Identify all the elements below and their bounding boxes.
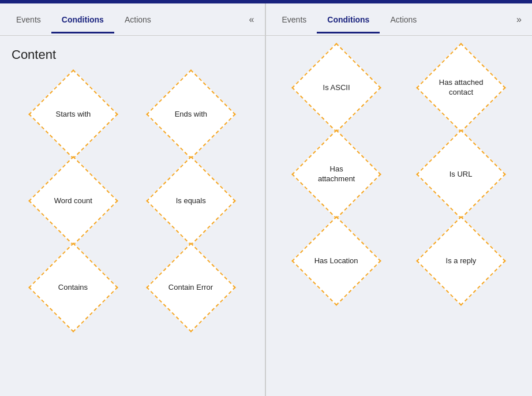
right-diamond-cell-1: Has attached contact bbox=[402, 47, 520, 128]
diamond-word-count[interactable]: Word count bbox=[28, 156, 118, 246]
diamond-cell-5: Contain Error bbox=[135, 247, 247, 328]
diamond-cell-1: Ends with bbox=[135, 74, 247, 155]
diamond-starts-with-label: Starts with bbox=[56, 110, 91, 119]
left-section-title: Content bbox=[12, 47, 253, 62]
diamond-has-attached-contact[interactable]: Has attached contact bbox=[416, 43, 506, 133]
right-tab-events[interactable]: Events bbox=[272, 6, 317, 33]
diamond-contains[interactable]: Contains bbox=[28, 242, 118, 333]
right-panel-collapse-arrow[interactable]: » bbox=[512, 10, 526, 29]
diamond-has-location-label: Has Location bbox=[314, 256, 358, 266]
left-panel: Events Conditions Actions « Content Star… bbox=[0, 3, 265, 396]
right-diamond-cell-0: Is ASCII bbox=[278, 47, 396, 128]
right-tab-actions[interactable]: Actions bbox=[380, 6, 427, 33]
diamond-contain-error-label: Contain Error bbox=[169, 283, 213, 293]
right-diamond-cell-4: Has Location bbox=[278, 221, 396, 301]
right-tab-conditions[interactable]: Conditions bbox=[317, 6, 380, 33]
diamond-is-a-reply[interactable]: Is a reply bbox=[416, 216, 506, 306]
left-tab-actions[interactable]: Actions bbox=[114, 6, 162, 33]
diamond-is-a-reply-label: Is a reply bbox=[446, 256, 477, 266]
diamond-ends-with[interactable]: Ends with bbox=[147, 69, 237, 159]
diamond-is-url-label: Is URL bbox=[449, 170, 473, 180]
diamond-is-equals-label: Is equals bbox=[176, 196, 206, 206]
diamond-word-count-label: Word count bbox=[54, 196, 92, 206]
right-panel-content: Is ASCII Has attached contact Has attach… bbox=[266, 36, 533, 396]
diamond-cell-0: Starts with bbox=[17, 74, 129, 155]
diamond-has-attached-contact-label: Has attached contact bbox=[438, 78, 484, 98]
left-panel-collapse-arrow[interactable]: « bbox=[245, 10, 259, 29]
diamond-has-location[interactable]: Has Location bbox=[292, 216, 382, 306]
diamond-contain-error[interactable]: Contain Error bbox=[147, 242, 237, 333]
diamond-ends-with-label: Ends with bbox=[175, 110, 207, 119]
diamond-cell-4: Contains bbox=[17, 247, 129, 328]
left-tab-events[interactable]: Events bbox=[6, 6, 51, 33]
diamond-is-ascii[interactable]: Is ASCII bbox=[292, 43, 382, 133]
diamond-is-url[interactable]: Is URL bbox=[416, 129, 506, 219]
diamond-has-attachment-label: Has attachment bbox=[313, 165, 359, 184]
left-panel-content: Content Starts with Ends with Word count bbox=[0, 36, 265, 396]
left-tab-conditions[interactable]: Conditions bbox=[51, 6, 114, 33]
diamond-is-ascii-label: Is ASCII bbox=[323, 83, 350, 93]
diamond-is-equals[interactable]: Is equals bbox=[147, 156, 237, 246]
diamond-starts-with[interactable]: Starts with bbox=[28, 69, 118, 159]
right-diamond-cell-2: Has attachment bbox=[278, 134, 396, 215]
diamond-contains-label: Contains bbox=[58, 283, 88, 293]
diamond-cell-2: Word count bbox=[17, 160, 129, 241]
diamond-has-attachment[interactable]: Has attachment bbox=[292, 129, 382, 219]
left-diamond-grid: Starts with Ends with Word count Is equa… bbox=[12, 74, 253, 328]
diamond-cell-3: Is equals bbox=[135, 160, 247, 241]
left-tab-bar: Events Conditions Actions « bbox=[0, 3, 265, 36]
right-diamond-cell-3: Is URL bbox=[402, 134, 520, 215]
right-tab-bar: Events Conditions Actions » bbox=[266, 3, 533, 36]
right-diamond-grid: Is ASCII Has attached contact Has attach… bbox=[272, 47, 527, 301]
right-panel: Events Conditions Actions » Is ASCII Has… bbox=[266, 3, 533, 396]
right-diamond-cell-5: Is a reply bbox=[402, 221, 520, 301]
